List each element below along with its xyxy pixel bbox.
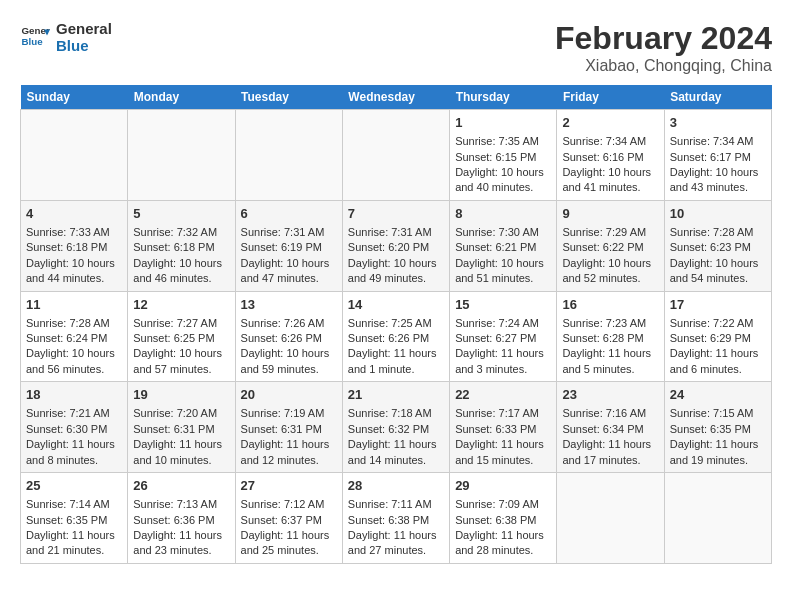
day-number: 22 [455,386,551,404]
day-info: Sunrise: 7:31 AM [348,225,444,240]
calendar-cell [21,110,128,201]
day-info: Daylight: 10 hours [670,256,766,271]
day-info: Daylight: 11 hours [670,346,766,361]
calendar-cell: 6Sunrise: 7:31 AMSunset: 6:19 PMDaylight… [235,200,342,291]
day-info: Sunset: 6:27 PM [455,331,551,346]
calendar-cell: 26Sunrise: 7:13 AMSunset: 6:36 PMDayligh… [128,473,235,564]
day-info: Daylight: 10 hours [455,165,551,180]
title-area: February 2024 Xiabao, Chongqing, China [555,20,772,75]
header-day-monday: Monday [128,85,235,110]
day-number: 6 [241,205,337,223]
day-info: Sunset: 6:24 PM [26,331,122,346]
calendar-cell: 23Sunrise: 7:16 AMSunset: 6:34 PMDayligh… [557,382,664,473]
day-info: Sunset: 6:34 PM [562,422,658,437]
day-number: 20 [241,386,337,404]
day-info: Sunset: 6:31 PM [241,422,337,437]
day-info: Daylight: 11 hours [562,437,658,452]
day-info: Daylight: 10 hours [562,256,658,271]
calendar-cell: 4Sunrise: 7:33 AMSunset: 6:18 PMDaylight… [21,200,128,291]
day-info: Sunrise: 7:34 AM [670,134,766,149]
day-info: Daylight: 11 hours [241,528,337,543]
day-info: and 54 minutes. [670,271,766,286]
day-number: 7 [348,205,444,223]
calendar-cell [664,473,771,564]
day-info: Daylight: 11 hours [348,528,444,543]
day-info: and 47 minutes. [241,271,337,286]
header-day-sunday: Sunday [21,85,128,110]
day-info: Sunset: 6:37 PM [241,513,337,528]
calendar-cell: 12Sunrise: 7:27 AMSunset: 6:25 PMDayligh… [128,291,235,382]
calendar-cell: 1Sunrise: 7:35 AMSunset: 6:15 PMDaylight… [450,110,557,201]
day-info: Sunrise: 7:33 AM [26,225,122,240]
day-info: Sunset: 6:36 PM [133,513,229,528]
day-info: Sunrise: 7:24 AM [455,316,551,331]
day-info: Sunset: 6:16 PM [562,150,658,165]
day-info: and 14 minutes. [348,453,444,468]
day-info: Daylight: 10 hours [455,256,551,271]
day-number: 15 [455,296,551,314]
day-info: Daylight: 10 hours [133,346,229,361]
day-info: and 3 minutes. [455,362,551,377]
day-info: Sunset: 6:26 PM [241,331,337,346]
day-info: and 6 minutes. [670,362,766,377]
calendar-cell: 10Sunrise: 7:28 AMSunset: 6:23 PMDayligh… [664,200,771,291]
day-info: and 5 minutes. [562,362,658,377]
day-info: and 27 minutes. [348,543,444,558]
calendar-cell: 8Sunrise: 7:30 AMSunset: 6:21 PMDaylight… [450,200,557,291]
day-info: Daylight: 10 hours [241,346,337,361]
day-info: and 43 minutes. [670,180,766,195]
day-number: 10 [670,205,766,223]
calendar-week-row: 11Sunrise: 7:28 AMSunset: 6:24 PMDayligh… [21,291,772,382]
day-info: Sunset: 6:35 PM [26,513,122,528]
header-day-wednesday: Wednesday [342,85,449,110]
day-info: Sunrise: 7:22 AM [670,316,766,331]
day-number: 1 [455,114,551,132]
day-info: Daylight: 10 hours [348,256,444,271]
day-info: and 40 minutes. [455,180,551,195]
day-info: Sunrise: 7:11 AM [348,497,444,512]
calendar-cell: 27Sunrise: 7:12 AMSunset: 6:37 PMDayligh… [235,473,342,564]
day-info: Sunset: 6:29 PM [670,331,766,346]
day-info: Sunset: 6:38 PM [455,513,551,528]
day-info: and 46 minutes. [133,271,229,286]
day-number: 21 [348,386,444,404]
day-info: Sunrise: 7:25 AM [348,316,444,331]
day-info: and 1 minute. [348,362,444,377]
logo-line1: General [56,20,112,37]
day-info: Sunrise: 7:21 AM [26,406,122,421]
day-info: Sunrise: 7:18 AM [348,406,444,421]
day-number: 23 [562,386,658,404]
day-info: Daylight: 11 hours [348,437,444,452]
calendar-cell: 25Sunrise: 7:14 AMSunset: 6:35 PMDayligh… [21,473,128,564]
calendar-cell: 15Sunrise: 7:24 AMSunset: 6:27 PMDayligh… [450,291,557,382]
day-info: Daylight: 10 hours [26,256,122,271]
day-info: Sunrise: 7:09 AM [455,497,551,512]
calendar-week-row: 25Sunrise: 7:14 AMSunset: 6:35 PMDayligh… [21,473,772,564]
day-info: and 17 minutes. [562,453,658,468]
calendar-cell: 9Sunrise: 7:29 AMSunset: 6:22 PMDaylight… [557,200,664,291]
day-info: Sunrise: 7:20 AM [133,406,229,421]
day-info: Sunset: 6:32 PM [348,422,444,437]
day-info: Sunrise: 7:28 AM [670,225,766,240]
day-info: Daylight: 10 hours [241,256,337,271]
header-day-thursday: Thursday [450,85,557,110]
day-number: 14 [348,296,444,314]
day-info: Daylight: 10 hours [562,165,658,180]
calendar-cell: 22Sunrise: 7:17 AMSunset: 6:33 PMDayligh… [450,382,557,473]
day-info: Daylight: 10 hours [133,256,229,271]
day-info: Daylight: 11 hours [241,437,337,452]
calendar-cell: 29Sunrise: 7:09 AMSunset: 6:38 PMDayligh… [450,473,557,564]
day-info: Sunset: 6:15 PM [455,150,551,165]
calendar-cell: 3Sunrise: 7:34 AMSunset: 6:17 PMDaylight… [664,110,771,201]
day-info: and 57 minutes. [133,362,229,377]
day-number: 29 [455,477,551,495]
day-info: Sunrise: 7:13 AM [133,497,229,512]
calendar-cell: 14Sunrise: 7:25 AMSunset: 6:26 PMDayligh… [342,291,449,382]
day-info: Sunrise: 7:19 AM [241,406,337,421]
calendar-subtitle: Xiabao, Chongqing, China [555,57,772,75]
day-info: Daylight: 11 hours [133,437,229,452]
day-info: Daylight: 11 hours [348,346,444,361]
day-number: 13 [241,296,337,314]
day-info: and 41 minutes. [562,180,658,195]
day-info: and 19 minutes. [670,453,766,468]
